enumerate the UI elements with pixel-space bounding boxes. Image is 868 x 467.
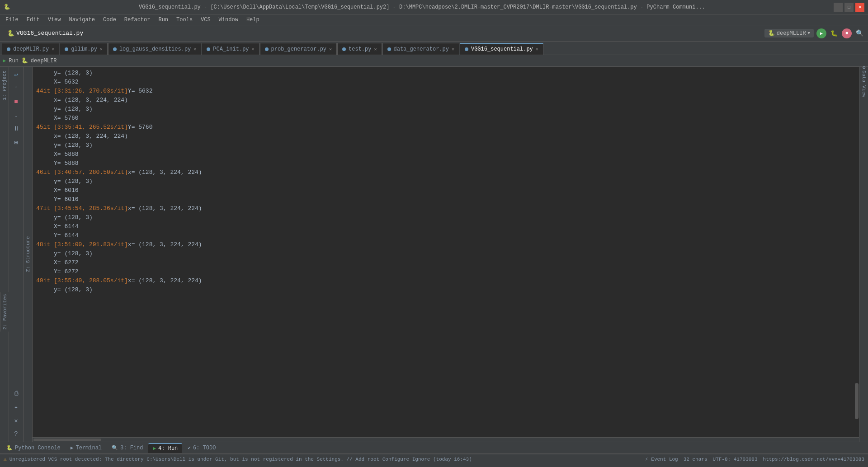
terminal-icon: ▶ bbox=[71, 445, 74, 451]
menu-view[interactable]: View bbox=[44, 16, 65, 24]
content-area: y= (128, 3) X= 563244it [3:31:26, 270.03… bbox=[33, 67, 859, 442]
console-line: y= (128, 3) bbox=[36, 285, 855, 294]
chevron-down-icon: ▼ bbox=[808, 31, 810, 36]
print-button[interactable]: ⎙ bbox=[10, 388, 22, 399]
tab-prob-generator[interactable]: prob_generator.py ✕ bbox=[260, 43, 337, 55]
tab-test-label: test.py bbox=[349, 46, 371, 52]
tab-data-generator-close[interactable]: ✕ bbox=[452, 47, 454, 52]
horizontal-scrollbar-thumb[interactable] bbox=[33, 439, 101, 441]
python-console-label: Python Console bbox=[15, 445, 61, 451]
download-icon[interactable]: ↓ bbox=[860, 72, 868, 80]
magic-button[interactable]: ✦ bbox=[10, 401, 22, 413]
main-layout: 1: Project ↩ ↑ ■ ↓ ⏸ ⊞ ⎙ ✦ ✕ ? Z: Struct… bbox=[0, 67, 868, 442]
menu-file[interactable]: File bbox=[2, 16, 22, 24]
console-line: 44it [3:31:26, 270.03s/it]Y= 5632 bbox=[36, 87, 855, 96]
console-line: X= 5760 bbox=[36, 114, 855, 123]
console-line: 49it [3:55:40, 288.05s/it]x= (128, 3, 22… bbox=[36, 276, 855, 285]
console-line: Y= 6144 bbox=[36, 231, 855, 240]
python-console-icon: 🐍 bbox=[6, 445, 13, 451]
tab-terminal[interactable]: ▶ Terminal bbox=[66, 443, 106, 453]
bottom-tab-bar: 🐍 Python Console ▶ Terminal 🔍 3: Find ▶ … bbox=[0, 442, 868, 454]
tab-prob-generator-close[interactable]: ✕ bbox=[329, 47, 332, 52]
iteration-text: 44it [3:31:26, 270.03s/it] bbox=[36, 88, 128, 94]
settings-button[interactable]: ⊞ bbox=[10, 136, 22, 148]
tab-test[interactable]: test.py ✕ bbox=[337, 43, 382, 55]
scroll-up-button[interactable]: ↑ bbox=[10, 82, 22, 94]
favorites-label[interactable]: 2: Favorites bbox=[0, 292, 9, 332]
title-bar-title: VGG16_sequential.py - [C:\Users\Dell\App… bbox=[10, 4, 834, 10]
console-line: Y= 6016 bbox=[36, 195, 855, 204]
tab-python-console[interactable]: 🐍 Python Console bbox=[2, 443, 65, 453]
run-button[interactable]: ▶ bbox=[816, 28, 826, 38]
tab-log-gauss-close[interactable]: ✕ bbox=[193, 47, 196, 52]
scrollbar-thumb[interactable] bbox=[855, 383, 859, 419]
minimize-button[interactable]: — bbox=[834, 3, 843, 12]
stop-button[interactable]: ■ bbox=[842, 28, 852, 38]
tab-vgg16-close[interactable]: ✕ bbox=[536, 47, 538, 52]
tab-gllim[interactable]: gllim.py ✕ bbox=[60, 43, 108, 55]
project-label[interactable]: 1: Project bbox=[0, 67, 9, 104]
tab-pca-init[interactable]: PCA_init.py ✕ bbox=[202, 43, 259, 55]
tab-deepMLIR-label: deepMLIR.py bbox=[13, 46, 49, 52]
menu-edit[interactable]: Edit bbox=[23, 16, 43, 24]
menu-run[interactable]: Run bbox=[155, 16, 172, 24]
search-button[interactable]: 🔍 bbox=[854, 28, 864, 38]
rerun-button[interactable]: ↩ bbox=[10, 69, 22, 80]
structure-label[interactable]: Z: Structure bbox=[24, 233, 33, 276]
tab-gllim-close[interactable]: ✕ bbox=[100, 47, 103, 52]
menu-refactor[interactable]: Refactor bbox=[121, 16, 154, 24]
gear-icon[interactable]: ⚙ bbox=[860, 67, 868, 71]
tab-test-close[interactable]: ✕ bbox=[374, 47, 377, 52]
tab-pca-init-close[interactable]: ✕ bbox=[252, 47, 255, 52]
menu-tools[interactable]: Tools bbox=[173, 16, 196, 24]
tab-deepMLIR[interactable]: deepMLIR.py ✕ bbox=[2, 43, 59, 55]
close-button[interactable]: ✕ bbox=[855, 3, 864, 12]
help-button[interactable]: ? bbox=[10, 428, 22, 440]
tab-log-gauss[interactable]: log_gauss_densities.py ✕ bbox=[108, 43, 201, 55]
terminal-label: Terminal bbox=[75, 445, 102, 451]
tab-data-generator[interactable]: data_generator.py ✕ bbox=[382, 43, 459, 55]
status-right: ⚡ Event Log 32 chars UTF-8: 41703083 htt… bbox=[645, 456, 864, 462]
tab-gllim-label: gllim.py bbox=[71, 46, 97, 52]
left-sidebar: ↩ ↑ ■ ↓ ⏸ ⊞ ⎙ ✦ ✕ ? bbox=[9, 67, 24, 442]
run-toolbar: ▶ Run 🐍 deepMLIR bbox=[0, 55, 868, 67]
tab-data-generator-label: data_generator.py bbox=[394, 46, 449, 52]
vertical-scrollbar[interactable] bbox=[854, 67, 859, 437]
tab-vgg16-sequential[interactable]: VGG16_sequential.py ✕ bbox=[460, 43, 543, 55]
pause-button[interactable]: ⏸ bbox=[10, 123, 22, 135]
stop-run-button[interactable]: ■ bbox=[10, 96, 22, 107]
tab-run[interactable]: ▶ 4: Run bbox=[148, 443, 182, 453]
deepmlir-icon: 🐍 bbox=[21, 57, 28, 64]
console-line: y= (128, 3) bbox=[36, 105, 855, 114]
close-run-button[interactable]: ✕ bbox=[10, 415, 22, 426]
title-bar-left: 🐍 bbox=[4, 4, 10, 10]
console-line: y= (128, 3) bbox=[36, 249, 855, 258]
menu-help[interactable]: Help bbox=[243, 16, 263, 24]
right-sidebar: Data View ⚙ ↓ bbox=[859, 67, 868, 442]
url-status: https://blog.csdn.net/vvx=41703083 bbox=[763, 457, 864, 462]
menu-vcs[interactable]: VCS bbox=[197, 16, 214, 24]
tab-deepMLIR-close[interactable]: ✕ bbox=[52, 47, 54, 52]
menu-code[interactable]: Code bbox=[99, 16, 120, 24]
tab-vgg16-label: VGG16_sequential.py bbox=[471, 46, 533, 52]
iteration-text: 49it [3:55:40, 288.05s/it] bbox=[36, 277, 128, 284]
run-label: Run bbox=[9, 58, 19, 64]
tab-find[interactable]: 🔍 3: Find bbox=[107, 443, 147, 453]
editor-area: y= (128, 3) X= 563244it [3:31:26, 270.03… bbox=[33, 67, 859, 437]
run-config-selector[interactable]: 🐍 deepMLLIR ▼ bbox=[764, 29, 814, 37]
maximize-button[interactable]: ☐ bbox=[844, 3, 854, 12]
event-log-button[interactable]: ⚡ Event Log bbox=[645, 456, 678, 462]
scroll-down-button[interactable]: ↓ bbox=[10, 109, 22, 121]
file-tab-bar: deepMLIR.py ✕ gllim.py ✕ log_gauss_densi… bbox=[0, 42, 868, 55]
console-line: 47it [3:45:54, 285.36s/it]x= (128, 3, 22… bbox=[36, 204, 855, 213]
python-icon-2 bbox=[65, 47, 68, 51]
tab-todo[interactable]: ✔ 6: TODO bbox=[183, 443, 220, 453]
output-text: x= (128, 3, 224, 224) bbox=[128, 205, 202, 212]
output-text: x= (128, 3, 224, 224) bbox=[128, 241, 202, 248]
menu-window[interactable]: Window bbox=[215, 16, 242, 24]
menu-navigate[interactable]: Navigate bbox=[65, 16, 99, 24]
output-text: x= (128, 3, 224, 224) bbox=[128, 169, 202, 176]
console-line: y= (128, 3) bbox=[36, 69, 855, 78]
python-icon bbox=[7, 47, 10, 51]
run-debug-button[interactable]: 🐛 bbox=[829, 28, 839, 38]
